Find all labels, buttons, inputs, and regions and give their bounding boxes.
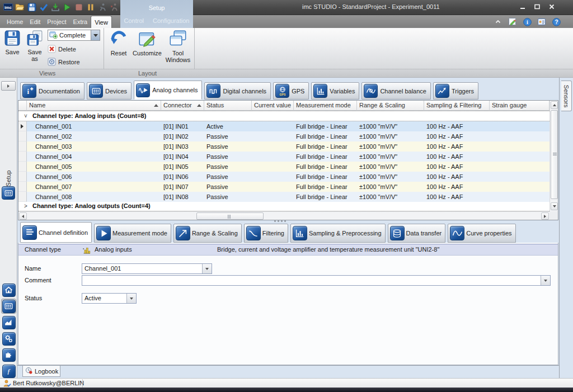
run-2-icon[interactable] bbox=[109, 2, 119, 12]
tab-analog-channels[interactable]: Analog channels bbox=[134, 81, 202, 100]
minimize-button[interactable] bbox=[517, 2, 528, 11]
sidebar-expand-button[interactable] bbox=[1, 81, 16, 91]
tab-channel-balance[interactable]: Channel balance bbox=[361, 82, 431, 100]
ribbon-tab-home[interactable]: Home bbox=[3, 16, 26, 28]
cell-connector[interactable]: [01] IN03 bbox=[161, 141, 204, 152]
sidebar-options-gears-button[interactable] bbox=[1, 331, 16, 346]
tab-digital-channels[interactable]: Digital channels bbox=[204, 82, 271, 100]
cell-range[interactable]: ±1000 "mV/V" bbox=[357, 172, 424, 182]
import-download-icon[interactable] bbox=[50, 2, 60, 12]
tab-gps[interactable]: GPSGPS bbox=[273, 82, 309, 100]
cell-status[interactable]: Passive bbox=[204, 141, 252, 152]
imc-logo-icon[interactable]: imc bbox=[3, 2, 13, 12]
start-play-icon[interactable] bbox=[62, 2, 72, 12]
cell-sampling[interactable]: 100 Hz - AAF bbox=[424, 172, 490, 182]
cell-mode[interactable]: Full bridge - Linear bbox=[294, 131, 357, 141]
tab-documentation[interactable]: iDocumentation bbox=[20, 82, 84, 100]
scroll-up-button[interactable] bbox=[551, 101, 558, 109]
status-dropdown-button[interactable] bbox=[126, 294, 136, 303]
tool-windows-button[interactable]: Tool Windows bbox=[163, 30, 192, 68]
apply-check-icon[interactable] bbox=[39, 2, 48, 12]
restore-view-button[interactable]: Restore bbox=[48, 56, 80, 68]
ribbon-tab-project[interactable]: Project bbox=[44, 16, 69, 28]
edit-mode-icon[interactable] bbox=[508, 17, 517, 26]
help-icon[interactable]: ? bbox=[552, 17, 561, 26]
cell-range[interactable]: ±1000 "mV/V" bbox=[357, 192, 424, 202]
cell-range[interactable]: ±1000 "mV/V" bbox=[357, 141, 424, 152]
cell-sampling[interactable]: 100 Hz - AAF bbox=[424, 182, 490, 192]
cell-strain[interactable] bbox=[490, 152, 549, 162]
cell-name[interactable]: Channel_002 bbox=[27, 131, 161, 141]
save-button[interactable]: Save bbox=[2, 30, 22, 68]
cell-sampling[interactable]: 100 Hz - AAF bbox=[424, 121, 490, 131]
contextual-tab-configuration[interactable]: Configuration bbox=[153, 15, 189, 27]
cell-connector[interactable]: [01] IN02 bbox=[161, 131, 204, 141]
cell-mode[interactable]: Full bridge - Linear bbox=[294, 121, 357, 131]
cell-strain[interactable] bbox=[490, 182, 549, 192]
cell-sampling[interactable]: 100 Hz - AAF bbox=[424, 162, 490, 172]
cell-strain[interactable] bbox=[490, 172, 549, 182]
cell-mode[interactable]: Full bridge - Linear bbox=[294, 192, 357, 202]
ribbon-tab-extra[interactable]: Extra bbox=[70, 16, 91, 28]
row-indicator-cell[interactable] bbox=[18, 121, 27, 131]
cell-mode[interactable]: Full bridge - Linear bbox=[294, 172, 357, 182]
detail-tab-data-transfer[interactable]: Data transfer bbox=[388, 224, 446, 243]
cell-name[interactable]: Channel_004 bbox=[27, 152, 161, 162]
sensors-tab[interactable]: Sensors bbox=[561, 81, 572, 111]
cell-strain[interactable] bbox=[490, 141, 549, 152]
tab-devices[interactable]: Devices bbox=[87, 82, 131, 100]
row-indicator-cell[interactable] bbox=[18, 152, 27, 162]
cell-connector[interactable]: [01] IN06 bbox=[161, 172, 204, 182]
ribbon-tab-view[interactable]: View bbox=[91, 16, 112, 28]
channel-row[interactable]: Channel_006[01] IN06PassiveFull bridge -… bbox=[27, 172, 549, 182]
cell-sampling[interactable]: 100 Hz - AAF bbox=[424, 192, 490, 202]
info-icon[interactable]: i bbox=[523, 17, 532, 26]
cell-connector[interactable]: [01] IN04 bbox=[161, 152, 204, 162]
cell-current[interactable] bbox=[252, 152, 294, 162]
column-header-sampling-filtering[interactable]: Sampling & Filtering bbox=[424, 101, 490, 111]
cell-current[interactable] bbox=[252, 192, 294, 202]
channel-row[interactable]: Channel_007[01] IN07PassiveFull bridge -… bbox=[27, 182, 549, 192]
pause-icon[interactable] bbox=[86, 2, 95, 12]
sidebar-setup-grid-button[interactable] bbox=[1, 299, 16, 314]
detail-tab-measurement-mode[interactable]: Measurement mode bbox=[94, 224, 171, 243]
sidebar-sequencer-function-button[interactable]: ƒ bbox=[1, 363, 16, 379]
contextual-tab-control[interactable]: Control bbox=[124, 15, 144, 27]
row-indicator-cell[interactable] bbox=[18, 141, 27, 152]
horizontal-scroll-thumb[interactable] bbox=[196, 212, 264, 220]
name-combo[interactable]: Channel_001 bbox=[82, 263, 212, 274]
maximize-button[interactable] bbox=[532, 2, 543, 11]
ribbon-tab-edit[interactable]: Edit bbox=[26, 16, 44, 28]
cell-mode[interactable]: Full bridge - Linear bbox=[294, 182, 357, 192]
save-icon[interactable] bbox=[27, 2, 36, 12]
row-indicator-cell[interactable] bbox=[18, 182, 27, 192]
channel-row[interactable]: Channel_005[01] IN05PassiveFull bridge -… bbox=[27, 162, 549, 172]
cell-name[interactable]: Channel_005 bbox=[27, 162, 161, 172]
reset-button[interactable]: Reset bbox=[106, 30, 131, 68]
column-header-measurement-mode[interactable]: Measurement mode bbox=[294, 101, 357, 111]
cell-connector[interactable]: [01] IN05 bbox=[161, 162, 204, 172]
row-indicator-cell[interactable] bbox=[18, 172, 27, 182]
column-header-connector[interactable]: Connector bbox=[161, 101, 204, 111]
detail-tab-filtering[interactable]: Filtering bbox=[244, 224, 288, 243]
detail-tab-curve-properties[interactable]: Curve properties bbox=[448, 224, 515, 243]
sidebar-panel-curve-button[interactable] bbox=[1, 315, 16, 330]
detail-tab-channel-definition[interactable]: Channel definition bbox=[20, 222, 92, 243]
cell-mode[interactable]: Full bridge - Linear bbox=[294, 141, 357, 152]
cell-status[interactable]: Passive bbox=[204, 172, 252, 182]
cell-strain[interactable] bbox=[490, 162, 549, 172]
cell-sampling[interactable]: 100 Hz - AAF bbox=[424, 152, 490, 162]
column-header-status[interactable]: Status bbox=[204, 101, 252, 111]
collapse-ribbon-icon[interactable] bbox=[494, 17, 502, 26]
logbook-tab[interactable]: Logbook bbox=[22, 366, 60, 377]
run-1-icon[interactable] bbox=[97, 2, 107, 12]
cell-name[interactable]: Channel_008 bbox=[27, 192, 161, 202]
imc-assistant-icon[interactable] bbox=[537, 17, 546, 26]
cell-sampling[interactable]: 100 Hz - AAF bbox=[424, 131, 490, 141]
cell-current[interactable] bbox=[252, 182, 294, 192]
cell-status[interactable]: Active bbox=[204, 121, 252, 131]
cell-status[interactable]: Passive bbox=[204, 162, 252, 172]
channel-row[interactable]: Channel_008[01] IN08PassiveFull bridge -… bbox=[27, 192, 549, 202]
status-combo[interactable]: Active bbox=[82, 293, 137, 304]
scroll-right-button[interactable] bbox=[541, 212, 549, 220]
